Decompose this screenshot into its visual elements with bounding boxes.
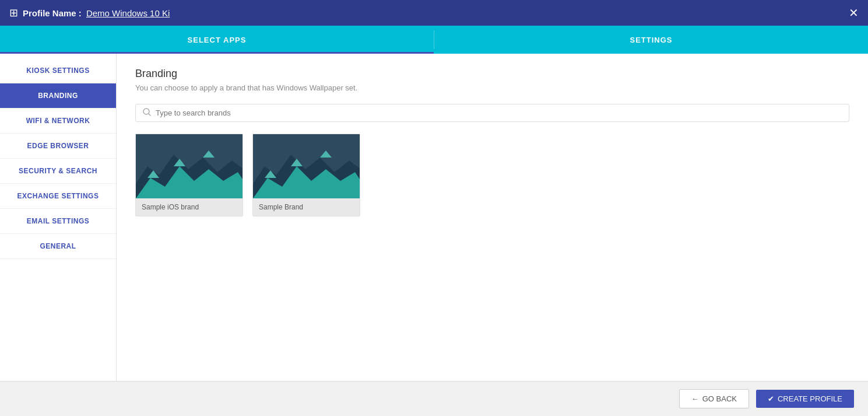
profile-label: Profile Name :	[23, 8, 82, 18]
header-left: ⊞ Profile Name : Demo Windows 10 Ki	[9, 6, 170, 19]
sidebar-item-general[interactable]: GENERAL	[0, 234, 116, 259]
tab-select-apps[interactable]: SELECT APPS	[0, 26, 434, 54]
sidebar-item-branding[interactable]: BRANDING	[0, 83, 116, 109]
sidebar-item-security-search[interactable]: SECURITY & SEARCH	[0, 159, 116, 184]
brand-label-ios: Sample iOS brand	[136, 198, 243, 216]
back-icon: ←	[691, 394, 699, 403]
page-subtitle: You can choose to apply a brand that has…	[135, 83, 849, 92]
brand-grid: Sample iOS brand	[135, 134, 849, 216]
go-back-button[interactable]: ← GO BACK	[679, 389, 749, 408]
close-button[interactable]: ✕	[849, 7, 859, 19]
windows-icon: ⊞	[9, 6, 18, 19]
search-icon	[143, 108, 151, 118]
brand-card-sample[interactable]: Sample Brand	[252, 134, 360, 216]
profile-name: Demo Windows 10 Ki	[86, 8, 170, 18]
sidebar-item-kiosk-settings[interactable]: KIOSK SETTINGS	[0, 58, 116, 83]
tab-settings[interactable]: SETTINGS	[434, 26, 868, 54]
go-back-label: GO BACK	[702, 394, 737, 403]
header: ⊞ Profile Name : Demo Windows 10 Ki ✕	[0, 0, 868, 26]
create-profile-label: CREATE PROFILE	[778, 394, 842, 403]
create-icon: ✔	[768, 394, 774, 403]
brand-image-sample	[253, 134, 360, 198]
sidebar-item-exchange-settings[interactable]: EXCHANGE SETTINGS	[0, 184, 116, 209]
sidebar-item-wifi-network[interactable]: WIFI & NETWORK	[0, 109, 116, 134]
brand-image-ios	[136, 134, 243, 198]
sidebar-item-email-settings[interactable]: EMAIL SETTINGS	[0, 209, 116, 234]
main-container: KIOSK SETTINGS BRANDING WIFI & NETWORK E…	[0, 54, 868, 381]
sidebar-item-edge-browser[interactable]: EDGE BROWSER	[0, 134, 116, 159]
brand-card-ios[interactable]: Sample iOS brand	[135, 134, 243, 216]
search-input[interactable]	[156, 109, 842, 117]
page-title: Branding	[135, 68, 849, 80]
footer: ← GO BACK ✔ CREATE PROFILE	[0, 381, 868, 416]
content-area: Branding You can choose to apply a brand…	[117, 54, 868, 381]
svg-line-1	[149, 114, 150, 116]
sidebar: KIOSK SETTINGS BRANDING WIFI & NETWORK E…	[0, 54, 117, 381]
search-box	[135, 104, 849, 122]
brand-label-sample: Sample Brand	[253, 198, 360, 216]
create-profile-button[interactable]: ✔ CREATE PROFILE	[756, 390, 854, 408]
tab-bar: SELECT APPS SETTINGS	[0, 26, 868, 54]
